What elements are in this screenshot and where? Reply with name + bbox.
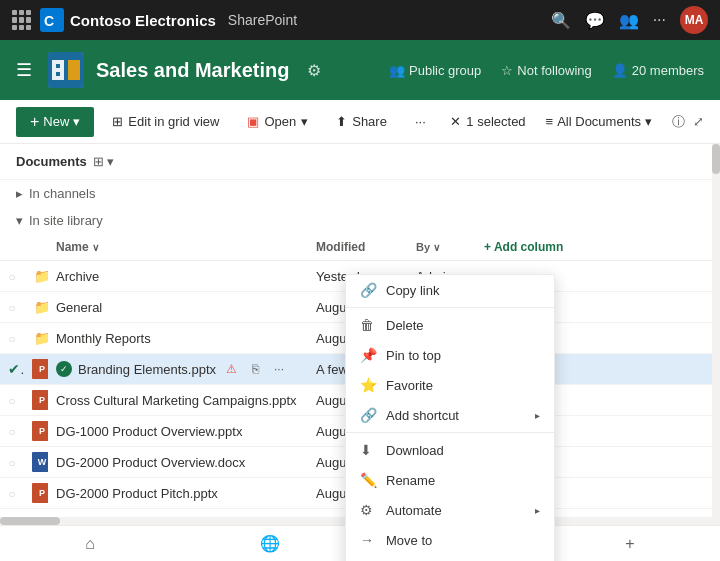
row-checkbox-cell[interactable]: ○: [0, 385, 24, 416]
menu-item-automate[interactable]: ⚙ Automate ▸: [346, 495, 554, 525]
row-name-cell[interactable]: Cross Cultural Marketing Campaigns.pptx: [48, 385, 308, 416]
menu-item-move-to[interactable]: → Move to: [346, 525, 554, 555]
row-checkbox-cell[interactable]: ○: [0, 292, 24, 323]
breadcrumb-view-icon[interactable]: ⊞ ▾: [93, 154, 115, 169]
row-name-cell[interactable]: DG-2000 Product Pitch.pptx: [48, 478, 308, 509]
open-label: Open: [264, 114, 296, 129]
menu-item-rename[interactable]: ✏️ Rename: [346, 465, 554, 495]
add-column-header[interactable]: + Add column: [468, 234, 720, 261]
site-header-right: 👥 Public group ☆ Not following 👤 20 memb…: [389, 63, 704, 78]
row-checkbox-cell[interactable]: ○: [0, 478, 24, 509]
share-button[interactable]: ⬆ Share: [326, 109, 397, 134]
search-icon[interactable]: 🔍: [551, 11, 571, 30]
group-type-label: Public group: [409, 63, 481, 78]
add-nav-item[interactable]: +: [610, 526, 650, 562]
unchecked-icon[interactable]: ○: [8, 425, 15, 439]
row-checkbox-cell[interactable]: ○: [0, 261, 24, 292]
selection-count: ✕ 1 selected: [450, 114, 525, 129]
members-icon: 👤: [612, 63, 628, 78]
group-icon: 👥: [389, 63, 405, 78]
row-name-cell[interactable]: Monthly Reports: [48, 323, 308, 354]
following-button[interactable]: ☆ Not following: [501, 63, 591, 78]
menu-item-pin-to-top[interactable]: 📌 Pin to top: [346, 340, 554, 370]
scroll-thumb[interactable]: [712, 144, 720, 174]
add-column-button[interactable]: + Add column: [476, 240, 712, 254]
members-button[interactable]: 👤 20 members: [612, 63, 704, 78]
contoso-logo-icon: C: [40, 8, 64, 32]
row-name-cell[interactable]: General: [48, 292, 308, 323]
unchecked-icon[interactable]: ○: [8, 394, 15, 408]
in-site-library-section[interactable]: ▾ In site library: [0, 207, 720, 234]
star-icon: ☆: [501, 63, 513, 78]
hamburger-icon[interactable]: ☰: [16, 59, 32, 81]
row-name-cell[interactable]: DG-2000 Product Overview.docx: [48, 447, 308, 478]
h-scroll-thumb[interactable]: [0, 517, 60, 525]
brand-logo[interactable]: C Contoso Electronics: [40, 8, 216, 32]
notification-icon[interactable]: 💬: [585, 11, 605, 30]
submenu-arrow-icon: ▸: [535, 410, 540, 421]
avatar[interactable]: MA: [680, 6, 708, 34]
row-checkbox-cell[interactable]: ○: [0, 323, 24, 354]
menu-item-icon: ⭐: [360, 377, 376, 393]
unchecked-icon[interactable]: ○: [8, 487, 15, 501]
close-icon[interactable]: ✕: [450, 114, 461, 129]
row-icon-cell: 📁: [24, 323, 48, 354]
row-icon-cell: P: [24, 478, 48, 509]
group-type-button[interactable]: 👥 Public group: [389, 63, 481, 78]
name-col-header[interactable]: Name ∨: [48, 234, 308, 261]
menu-item-favorite[interactable]: ⭐ Favorite: [346, 370, 554, 400]
menu-divider: [346, 432, 554, 433]
sort-icon: ∨: [92, 242, 99, 253]
app-grid-icon[interactable]: [12, 10, 32, 30]
site-title: Sales and Marketing: [96, 59, 289, 82]
unchecked-icon[interactable]: ○: [8, 301, 15, 315]
modified-by-col-header[interactable]: By ∨: [408, 234, 468, 261]
copy-icon[interactable]: ⎘: [246, 362, 264, 376]
home-nav-item[interactable]: ⌂: [70, 526, 110, 562]
menu-item-label: Download: [386, 443, 444, 458]
globe-nav-item[interactable]: 🌐: [250, 526, 290, 562]
unchecked-icon[interactable]: ○: [8, 332, 15, 346]
settings-icon[interactable]: ⚙: [307, 61, 321, 80]
menu-item-add-shortcut[interactable]: 🔗 Add shortcut ▸: [346, 400, 554, 430]
row-checkbox-cell[interactable]: ○: [0, 447, 24, 478]
menu-item-download[interactable]: ⬇ Download: [346, 435, 554, 465]
new-button[interactable]: + New ▾: [16, 107, 94, 137]
svg-rect-4: [68, 60, 80, 80]
add-icon: +: [625, 535, 634, 553]
svg-text:C: C: [44, 13, 54, 29]
modified-col-header[interactable]: Modified: [308, 234, 408, 261]
row-name-cell[interactable]: Archive: [48, 261, 308, 292]
menu-item-label: Add shortcut: [386, 408, 459, 423]
menu-item-copy-link[interactable]: 🔗 Copy link: [346, 275, 554, 305]
folder-icon: 📁: [32, 328, 48, 348]
open-button[interactable]: ▣ Open ▾: [237, 109, 318, 134]
edit-grid-view-button[interactable]: ⊞ Edit in grid view: [102, 109, 229, 134]
unchecked-icon[interactable]: ○: [8, 456, 15, 470]
people-icon[interactable]: 👥: [619, 11, 639, 30]
view-selector[interactable]: ≡ All Documents ▾: [538, 110, 660, 133]
info-icon[interactable]: ⓘ: [672, 113, 685, 131]
chevron-right-icon: ▸: [16, 186, 23, 201]
checked-icon[interactable]: ✔: [8, 361, 24, 377]
site-header: ☰ Sales and Marketing ⚙ 👥 Public group ☆…: [0, 40, 720, 100]
unchecked-icon[interactable]: ○: [8, 270, 15, 284]
row-name-cell[interactable]: ✓ Branding Elements.pptx ⚠⎘···: [48, 354, 308, 385]
row-checkbox-cell[interactable]: ✔: [0, 354, 24, 385]
menu-item-delete[interactable]: 🗑 Delete: [346, 310, 554, 340]
file-name-label: DG-2000 Product Pitch.pptx: [56, 486, 218, 501]
more-actions-button[interactable]: ···: [407, 109, 434, 134]
row-checkbox-cell[interactable]: ○: [0, 416, 24, 447]
row-icon-cell: P: [24, 385, 48, 416]
in-channels-section[interactable]: ▸ In channels: [0, 180, 720, 207]
more-icon[interactable]: ···: [653, 11, 666, 29]
menu-item-copy-to[interactable]: 📋 Copy to: [346, 555, 554, 561]
more-icon[interactable]: ···: [270, 362, 288, 376]
submenu-arrow-icon: ▸: [535, 505, 540, 516]
menu-item-icon: 📌: [360, 347, 376, 363]
warning-icon: ⚠: [222, 362, 240, 376]
edit-grid-view-label: Edit in grid view: [128, 114, 219, 129]
row-name-cell[interactable]: DG-1000 Product Overview.pptx: [48, 416, 308, 447]
expand-icon[interactable]: ⤢: [693, 114, 704, 129]
scroll-track: [712, 144, 720, 525]
